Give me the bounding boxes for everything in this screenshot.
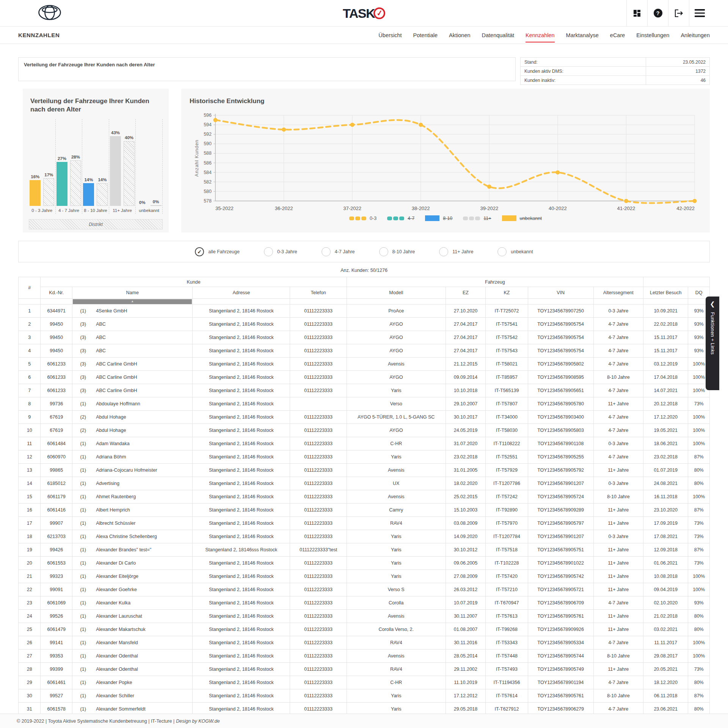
table-row[interactable]: 206061553(1)Alexander Di CarloStangenlan… [19,557,710,570]
filter-option-11+-jahre[interactable]: 11+ Jahre [439,247,473,256]
table-row[interactable]: 146185012(1)AdvertisingStangenland 2, 18… [19,477,710,490]
table-cell: 6213703 [41,530,72,543]
table-cell: 11+ Jahre [593,557,643,570]
menu-icon[interactable] [689,0,710,26]
nav-item-datenqualität[interactable]: Datenqualität [482,28,514,42]
table-row[interactable]: 2699141(1)Alexander MansfeldStangenland … [19,636,710,650]
table-row[interactable]: 156061179(1)Ahmet RautenbergStangenland … [19,490,710,504]
table-row[interactable]: 3099527(1)Alexander SchillerStangenland … [19,689,710,703]
legend-item-unbekannt[interactable]: unbekannt [502,215,542,221]
table-row[interactable]: 186213703(1)Alexa Christine Schellenberg… [19,530,710,543]
table-row[interactable]: 399450(3)ABCStangenland 2, 18146 Rostock… [19,331,710,344]
table-row[interactable]: 116061484(1)Adam WandakaStangenland 2, 1… [19,437,710,450]
logout-icon[interactable] [668,0,689,26]
filter-option-unbekannt[interactable]: unbekannt [497,247,533,256]
table-cell: Yaris [347,450,446,464]
table-row[interactable]: 2299091(1)Alexander GoehrkeStangenland 2… [19,583,710,596]
table-cell: 10.08.2018 [643,570,688,583]
nav-item-marktanalyse[interactable]: Marktanalyse [566,28,599,42]
table-row[interactable]: 16344971(1)4Senke GmbHStangenland 2, 181… [19,304,710,318]
funktionen-links-tab[interactable]: ❮ Funktionen + Links [706,297,719,390]
line-chart-panel: Historische Entwicklung 5785805825845865… [181,89,710,232]
column-header-alterssegment[interactable]: Alterssegment [593,287,643,299]
table-row[interactable]: 299450(3)ABCStangenland 2, 18146 Rostock… [19,318,710,331]
nav-item-anleitungen[interactable]: Anleitungen [681,28,710,42]
vehicle-count-prefix: (1) [75,587,91,592]
column-header-adresse[interactable]: Adresse [193,287,290,299]
column-header-hash[interactable]: # [19,277,41,299]
help-icon[interactable]: ? [647,0,668,26]
vehicle-count-prefix: (3) [75,388,91,393]
sort-cell [528,299,593,304]
svg-text:Anzahl Kunden: Anzahl Kunden [194,140,199,177]
table-row[interactable]: 2499526(1)Alexander LauruschatStangenlan… [19,610,710,623]
vehicle-count-prefix: (2) [75,428,91,433]
table-row[interactable]: 2799353(1)Alexander OdenthalStangenland … [19,650,710,663]
table-row[interactable]: 1799907(1)Albrecht SchüsslerStangenland … [19,517,710,530]
legend-item-8-10[interactable]: 8-10 [425,215,452,221]
column-header-kd-nr-[interactable]: Kd.-Nr. [41,287,72,299]
column-header-kz[interactable]: KZ [486,287,528,299]
table-row[interactable]: 1067619(2)Abdul HohageStangenland 2, 181… [19,424,710,437]
radio-icon[interactable] [439,247,448,256]
nav-item-potentiale[interactable]: Potentiale [413,28,438,42]
column-header-telefon[interactable]: Telefon [290,287,347,299]
table-row[interactable]: 296061461(1)Alexander PopkeStangenland 2… [19,676,710,689]
filter-option-8-10-jahre[interactable]: 8-10 Jahre [379,247,415,256]
column-header-vin[interactable]: VIN [528,287,593,299]
table-row[interactable]: 1999426(1)Alexander Brandes" test="Stang… [19,543,710,557]
table-row[interactable]: 899736(1)Abdoulaye HoffmannStangenland 2… [19,397,710,411]
table-row[interactable]: 126060970(1)Adriana BöhmStangenland 2, 1… [19,450,710,464]
table-cell: 100% [688,570,710,583]
table-row[interactable]: 2899399(1)Alexander OdenthalStangenland … [19,663,710,676]
table-cell: 17.04.2018 [643,371,688,384]
nav-item-kennzahlen[interactable]: Kennzahlen [526,28,555,42]
table-cell: 22.02.2018 [643,318,688,331]
radio-icon[interactable] [264,247,273,256]
table-cell: UX [347,477,446,490]
table-row[interactable]: 2199323(1)Alexander EiteljörgeStangenlan… [19,570,710,583]
nav-item-aktionen[interactable]: Aktionen [449,28,470,42]
table-cell: 99450 [41,318,72,331]
vehicle-count-prefix: (1) [75,560,91,566]
table-cell: 23.02.2018 [643,450,688,464]
filter-option-4-7-jahre[interactable]: 4-7 Jahre [322,247,355,256]
table-row[interactable]: 1399865(1)Adriana-Cojocaru HofmeisterSta… [19,464,710,477]
table-cell: 11+ Jahre [593,504,643,517]
filter-option-0-3-jahre[interactable]: 0-3 Jahre [264,247,297,256]
legend-item-4-7[interactable]: 4-7 [387,216,414,221]
table-row[interactable]: 256061479(1)Alexander MakartschukStangen… [19,623,710,636]
radio-icon[interactable] [497,247,507,256]
table-cell-name: (1)Alexa Christine Schellenberg [72,530,193,543]
table-cell: 06.11.2018 [643,689,688,703]
column-header-ez[interactable]: EZ [446,287,486,299]
radio-icon[interactable] [322,247,331,256]
column-header-name[interactable]: Name [72,287,193,299]
table-cell: TOY12345678905792 [528,464,593,477]
legend-item-11+[interactable]: 11+ [463,216,491,221]
nav-item-ecare[interactable]: eCare [610,28,625,42]
nav-item-einstellungen[interactable]: Einstellungen [636,28,669,42]
table-cell: 4-7 Jahre [593,331,643,344]
table-cell: Stangenland 2, 18146 Rostock [193,477,290,490]
table-row[interactable]: 499450(3)ABCStangenland 2, 18146 Rostock… [19,344,710,358]
column-header-letzter-besuch[interactable]: Letzter Besuch [643,287,688,299]
dashboard-icon[interactable] [626,0,647,26]
filter-option-alle-fahrzeuge[interactable]: ✓alle Fahrzeuge [195,247,240,256]
table-row[interactable]: 66061233(3)ABC Carline GmbHStangenland 2… [19,371,710,384]
table-cell: 11+ Jahre [593,517,643,530]
table-cell: IT-T57807 [486,397,528,411]
legend-item-0-3[interactable]: 0-3 [349,216,377,221]
table-row[interactable]: 236061069(1)Alexander KulkaStangenland 2… [19,596,710,610]
sort-indicator-bar[interactable]: ▲ [73,299,192,304]
radio-checked-icon[interactable]: ✓ [195,247,204,256]
header-icons: ? [626,0,710,26]
table-row[interactable]: 967619(2)Abdul HohageStangenland 2, 1814… [19,411,710,424]
table-cell: 29 [19,676,41,689]
radio-icon[interactable] [379,247,388,256]
column-header-modell[interactable]: Modell [347,287,446,299]
table-row[interactable]: 56061233(3)ABC Carline GmbHStangenland 2… [19,358,710,371]
table-row[interactable]: 76061233(3)ABC Carline GmbHStangenland 2… [19,384,710,397]
table-row[interactable]: 166061416(1)Albert HemprichStangenland 2… [19,504,710,517]
nav-item-übersicht[interactable]: Übersicht [378,28,402,42]
